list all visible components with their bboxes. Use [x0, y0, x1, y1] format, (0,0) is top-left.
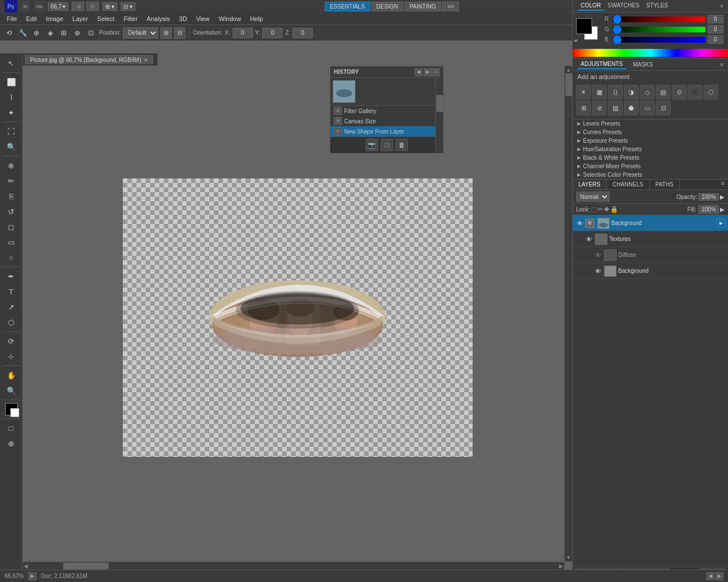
menu-3d[interactable]: 3D	[175, 14, 192, 23]
tool-move[interactable]: ↖	[4, 56, 19, 70]
opt-btn1[interactable]: ⊞	[160, 27, 172, 39]
adj-panel-menu[interactable]: ≡	[720, 61, 723, 68]
view-dropdown[interactable]: ⊞ ▾	[102, 2, 117, 11]
workspace-design[interactable]: DESIGN	[371, 2, 403, 11]
tool-pen[interactable]: ✒	[4, 269, 19, 284]
tool-mask-std[interactable]: □	[4, 421, 19, 435]
adj-brightness[interactable]: ☀	[576, 85, 591, 99]
layer-link-background[interactable]: ⛓	[585, 219, 594, 228]
b-slider[interactable]	[613, 37, 705, 43]
tool-zoom2[interactable]: ⊕	[4, 436, 19, 451]
tool-heal[interactable]: ⊕	[4, 158, 19, 173]
fill-input[interactable]	[698, 205, 719, 214]
adj-curves-presets[interactable]: ▶ Curves Presets	[573, 128, 728, 136]
snap4-icon[interactable]: ⊕	[72, 27, 83, 39]
tool-zoom[interactable]: 🔍	[4, 383, 19, 398]
bridge-logo[interactable]: Br	[20, 1, 31, 11]
fill-arrow[interactable]: ▶	[720, 206, 725, 213]
adj-vibrance[interactable]: ◇	[640, 85, 655, 99]
color-spectrum[interactable]	[573, 49, 728, 57]
adj-photofilter[interactable]: ⬡	[704, 85, 718, 99]
opacity-input[interactable]	[698, 193, 719, 201]
lock-position[interactable]: ✚	[604, 206, 609, 213]
zoom-dropdown[interactable]: 66,7 ▾	[48, 2, 68, 11]
y-input[interactable]	[262, 28, 283, 38]
workspace-essentials[interactable]: ESSENTIALS	[325, 2, 370, 11]
opacity-arrow[interactable]: ▶	[720, 194, 725, 200]
tab-layers[interactable]: LAYERS	[573, 180, 607, 189]
tool-clone[interactable]: ⎘	[4, 189, 19, 203]
menu-help[interactable]: Help	[246, 14, 268, 23]
adj-posterize[interactable]: ▨	[608, 101, 623, 115]
lock-brush[interactable]: ✏	[598, 206, 603, 213]
menu-filter[interactable]: Filter	[119, 14, 142, 23]
tool-marquee-rect[interactable]: ⬜	[4, 74, 19, 89]
layer-vis-textures[interactable]: 👁	[584, 235, 593, 244]
adj-curves[interactable]: ⟨⟩	[608, 85, 623, 99]
menu-edit[interactable]: Edit	[22, 14, 42, 23]
g-value[interactable]	[708, 25, 723, 34]
menu-image[interactable]: Image	[42, 14, 68, 23]
tool-presets-btn[interactable]: 🔧	[17, 27, 28, 39]
g-slider[interactable]	[613, 27, 705, 32]
menu-file[interactable]: File	[2, 14, 22, 23]
snap5-icon[interactable]: ⊡	[85, 27, 97, 39]
workspace-painting[interactable]: PAINTING	[404, 2, 441, 11]
adj-blackwhite[interactable]: ⬛	[688, 85, 702, 99]
menu-window[interactable]: Window	[214, 14, 246, 23]
canvas-vscroll[interactable]: ▲ ▼	[564, 66, 572, 562]
adj-exposure-presets[interactable]: ▶ Exposure Presets	[573, 136, 728, 145]
tab-adjustments[interactable]: ADJUSTMENTS	[577, 60, 626, 69]
tool-crop[interactable]: ⛶	[4, 124, 19, 139]
lock-all[interactable]: 🔒	[610, 206, 618, 213]
snap3-icon[interactable]: ⊞	[58, 27, 69, 39]
adj-exposure[interactable]: ◑	[624, 85, 639, 99]
b-value[interactable]	[708, 35, 723, 44]
tool-shape[interactable]: ⬡	[4, 315, 19, 330]
tab-masks[interactable]: MASKS	[630, 60, 656, 69]
adj-colorbalance[interactable]: ⊙	[672, 85, 686, 99]
adj-gradient-map[interactable]: ▭	[640, 101, 655, 115]
doc-tab-close[interactable]: ✕	[143, 57, 148, 63]
hist-item-new-shape[interactable]: ⚙ New Shape From Layer	[330, 126, 443, 136]
tool-3d-rotate[interactable]: ⟳	[4, 334, 19, 348]
x-input[interactable]	[233, 28, 253, 38]
foreground-swatch[interactable]	[576, 18, 592, 34]
foreground-color[interactable]	[5, 403, 18, 415]
vscroll-thumb[interactable]	[565, 73, 572, 96]
menu-view[interactable]: View	[192, 14, 214, 23]
layer-vis-bg-sub[interactable]: 👁	[593, 267, 602, 276]
tool-hand[interactable]: ✋	[4, 368, 19, 383]
z-input[interactable]	[292, 28, 313, 38]
tool-gradient[interactable]: ▭	[4, 235, 19, 250]
menu-layer[interactable]: Layer	[68, 14, 93, 23]
doc-tab-picture[interactable]: Picture.jpg @ 66,7% (Background, RGB/8#)…	[25, 55, 153, 64]
position-select[interactable]: Default	[123, 27, 158, 39]
tool-magic-wand[interactable]: ✦	[4, 105, 19, 120]
lock-transparency[interactable]: ⬚	[591, 206, 597, 213]
adj-bw-presets[interactable]: ▶ Black & White Presets	[573, 153, 728, 162]
adj-selcolor-presets[interactable]: ▶ Selective Color Presets	[573, 171, 728, 179]
status-nav-left[interactable]: ◀	[706, 572, 714, 580]
tool-eyedropper[interactable]: 🔍	[4, 139, 19, 154]
blend-mode-select[interactable]: Normal	[576, 192, 610, 202]
hist-delete[interactable]: 🗑	[395, 139, 408, 151]
swap-colors-btn[interactable]: ⇄	[574, 38, 578, 43]
snap-icon[interactable]: ⊕	[31, 27, 42, 39]
layer-vis-diffuse[interactable]: 👁	[593, 251, 602, 260]
opt-btn2[interactable]: ⊟	[174, 27, 185, 39]
color-panel-menu[interactable]: ≡	[720, 3, 723, 9]
mini-logo[interactable]: Mb	[34, 1, 44, 11]
adj-channelmix-presets[interactable]: ▶ Channel Mixer Presets	[573, 162, 728, 171]
tool-history-brush[interactable]: ↺	[4, 204, 19, 219]
layer-diffuse[interactable]: 👁 Diffuse	[573, 247, 728, 263]
tab-channels[interactable]: CHANNELS	[607, 180, 650, 189]
tab-styles[interactable]: STYLES	[643, 1, 671, 11]
menu-analysis[interactable]: Analysis	[142, 14, 175, 23]
hist-expand[interactable]: ▶	[424, 68, 432, 76]
tool-eraser[interactable]: ◻	[4, 219, 19, 234]
nav-fwd[interactable]: ▷	[86, 2, 99, 11]
tool-path-select[interactable]: ↗	[4, 300, 19, 314]
hist-menu[interactable]: ≡	[432, 68, 440, 76]
snap2-icon[interactable]: ◈	[44, 27, 56, 39]
